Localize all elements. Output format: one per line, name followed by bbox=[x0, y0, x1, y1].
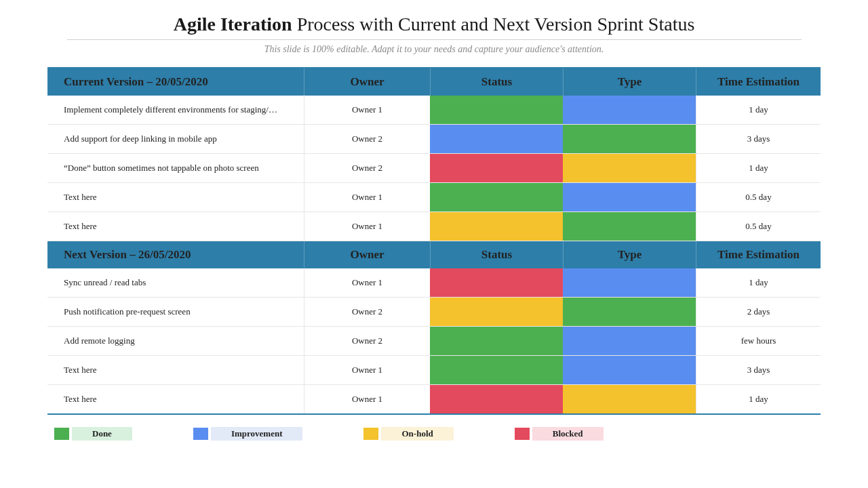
time-cell: 3 days bbox=[696, 356, 821, 384]
legend-item-red: Blocked bbox=[515, 427, 604, 441]
legend-label: Done bbox=[72, 427, 132, 441]
legend-item-green: Done bbox=[54, 427, 132, 441]
owner-cell: Owner 2 bbox=[304, 298, 430, 326]
section-header: Next Version – 26/05/2020OwnerStatusType… bbox=[47, 241, 821, 268]
status-cell bbox=[430, 268, 563, 297]
time-cell: 2 days bbox=[696, 298, 821, 326]
type-swatch-green bbox=[563, 125, 696, 153]
type-cell bbox=[563, 183, 696, 211]
status-cell bbox=[430, 183, 563, 211]
task-cell: Add support for deep linking in mobile a… bbox=[47, 125, 304, 153]
legend: DoneImprovementOn-holdBlocked bbox=[47, 427, 821, 441]
status-swatch-green bbox=[430, 356, 563, 384]
legend-label: Blocked bbox=[532, 427, 604, 441]
header-time: Time Estimation bbox=[696, 241, 821, 268]
status-swatch-green bbox=[430, 327, 563, 355]
owner-cell: Owner 2 bbox=[304, 154, 430, 182]
time-cell: 1 day bbox=[696, 268, 821, 297]
status-swatch-red bbox=[430, 154, 563, 182]
status-cell bbox=[430, 125, 563, 153]
status-cell bbox=[430, 154, 563, 182]
table-row: Add remote loggingOwner 2few hours bbox=[47, 327, 821, 356]
table-row: Text hereOwner 10.5 day bbox=[47, 212, 821, 241]
table-row: Sync unread / read tabsOwner 11 day bbox=[47, 268, 821, 298]
table-row: Text hereOwner 11 day bbox=[47, 385, 821, 413]
owner-cell: Owner 2 bbox=[304, 327, 430, 355]
type-cell bbox=[563, 125, 696, 153]
header-status: Status bbox=[430, 241, 563, 268]
task-cell: Sync unread / read tabs bbox=[47, 268, 304, 297]
owner-cell: Owner 2 bbox=[304, 125, 430, 153]
time-cell: 1 day bbox=[696, 154, 821, 182]
status-cell bbox=[430, 298, 563, 326]
header-type: Type bbox=[563, 68, 696, 96]
type-swatch-yellow bbox=[563, 154, 696, 182]
header-owner: Owner bbox=[304, 241, 430, 268]
task-cell: Add remote logging bbox=[47, 327, 304, 355]
owner-cell: Owner 1 bbox=[304, 385, 430, 413]
time-cell: 1 day bbox=[696, 385, 821, 413]
owner-cell: Owner 1 bbox=[304, 356, 430, 384]
type-cell bbox=[563, 154, 696, 182]
time-cell: 3 days bbox=[696, 125, 821, 153]
owner-cell: Owner 1 bbox=[304, 96, 430, 124]
legend-item-yellow: On-hold bbox=[363, 427, 453, 441]
type-cell bbox=[563, 268, 696, 297]
subtitle: This slide is 100% editable. Adapt it to… bbox=[47, 44, 821, 55]
type-cell bbox=[563, 385, 696, 413]
type-swatch-blue bbox=[563, 96, 696, 124]
status-swatch-red bbox=[430, 268, 563, 297]
type-cell bbox=[563, 96, 696, 124]
table-row: Implement completely different environme… bbox=[47, 96, 821, 125]
status-cell bbox=[430, 96, 563, 124]
sprint-table: Current Version – 20/05/2020OwnerStatusT… bbox=[47, 67, 821, 415]
type-cell bbox=[563, 212, 696, 241]
status-swatch-red bbox=[430, 385, 563, 413]
type-swatch-blue bbox=[563, 356, 696, 384]
type-swatch-green bbox=[563, 298, 696, 326]
status-swatch-yellow bbox=[430, 212, 563, 241]
title-divider bbox=[67, 39, 802, 40]
legend-color-green bbox=[54, 428, 69, 440]
type-swatch-blue bbox=[563, 183, 696, 211]
type-cell bbox=[563, 298, 696, 326]
status-cell bbox=[430, 356, 563, 384]
time-cell: 0.5 day bbox=[696, 183, 821, 211]
table-row: Push notification pre-request screenOwne… bbox=[47, 298, 821, 327]
header-status: Status bbox=[430, 68, 563, 96]
type-cell bbox=[563, 327, 696, 355]
table-row: “Done” button sometimes not tappable on … bbox=[47, 154, 821, 183]
status-cell bbox=[430, 327, 563, 355]
title-rest: Process with Current and Next Version Sp… bbox=[292, 14, 695, 35]
legend-label: Improvement bbox=[211, 427, 303, 441]
status-cell bbox=[430, 212, 563, 241]
header-owner: Owner bbox=[304, 68, 430, 96]
time-cell: 1 day bbox=[696, 96, 821, 124]
owner-cell: Owner 1 bbox=[304, 212, 430, 241]
time-cell: few hours bbox=[696, 327, 821, 355]
legend-label: On-hold bbox=[381, 427, 453, 441]
legend-color-red bbox=[515, 428, 530, 440]
task-cell: “Done” button sometimes not tappable on … bbox=[47, 154, 304, 182]
status-swatch-green bbox=[430, 96, 563, 124]
header-type: Type bbox=[563, 241, 696, 268]
header-task: Current Version – 20/05/2020 bbox=[47, 68, 304, 96]
table-row: Add support for deep linking in mobile a… bbox=[47, 125, 821, 154]
task-cell: Text here bbox=[47, 385, 304, 413]
header-time: Time Estimation bbox=[696, 68, 821, 96]
header-task: Next Version – 26/05/2020 bbox=[47, 241, 304, 268]
owner-cell: Owner 1 bbox=[304, 183, 430, 211]
type-swatch-blue bbox=[563, 268, 696, 297]
section-header: Current Version – 20/05/2020OwnerStatusT… bbox=[47, 68, 821, 96]
time-cell: 0.5 day bbox=[696, 212, 821, 241]
task-cell: Text here bbox=[47, 356, 304, 384]
task-cell: Text here bbox=[47, 212, 304, 241]
table-row: Text hereOwner 10.5 day bbox=[47, 183, 821, 212]
type-cell bbox=[563, 356, 696, 384]
status-cell bbox=[430, 385, 563, 413]
table-row: Text hereOwner 13 days bbox=[47, 356, 821, 385]
type-swatch-yellow bbox=[563, 385, 696, 413]
type-swatch-blue bbox=[563, 327, 696, 355]
task-cell: Push notification pre-request screen bbox=[47, 298, 304, 326]
task-cell: Text here bbox=[47, 183, 304, 211]
